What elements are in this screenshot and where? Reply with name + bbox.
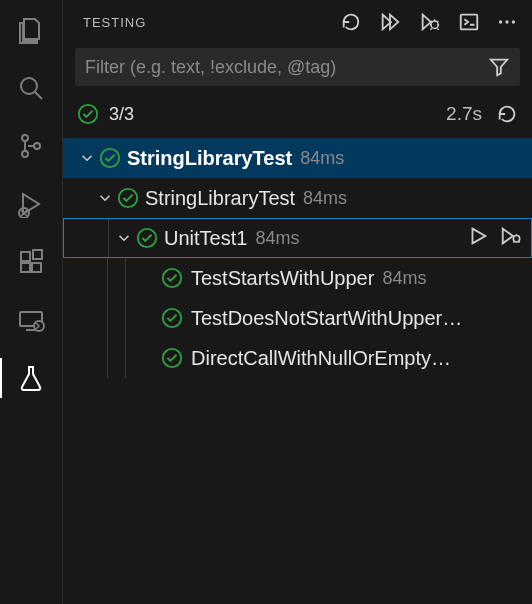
extensions-icon[interactable]	[15, 246, 47, 278]
source-control-icon[interactable]	[15, 130, 47, 162]
tree-item[interactable]: TestStartsWithUpper 84ms	[63, 258, 532, 298]
filter-icon[interactable]	[482, 56, 516, 78]
check-circle-icon	[117, 187, 139, 209]
test-tree: StringLibraryTest 84ms StringLibraryTest…	[63, 138, 532, 378]
filter-row	[75, 48, 520, 86]
files-icon[interactable]	[15, 14, 47, 46]
run-test-button[interactable]	[467, 225, 489, 252]
rerun-button[interactable]	[496, 103, 518, 125]
tree-item-label: TestStartsWithUpper	[191, 267, 374, 290]
show-output-button[interactable]	[458, 11, 480, 33]
tree-item-label: UnitTest1	[164, 227, 247, 250]
run-debug-icon[interactable]	[15, 188, 47, 220]
summary-row: 3/3 2.7s	[63, 94, 532, 134]
tree-item[interactable]: DirectCallWithNullOrEmpty…	[63, 338, 532, 378]
check-circle-icon	[161, 267, 183, 289]
tree-item-duration: 84ms	[300, 148, 344, 169]
debug-test-button[interactable]	[499, 225, 523, 252]
tree-item-label: StringLibraryTest	[127, 147, 292, 170]
chevron-down-icon[interactable]	[114, 229, 134, 247]
panel-header: TESTING	[63, 0, 532, 44]
check-circle-icon	[161, 307, 183, 329]
check-circle-icon	[161, 347, 183, 369]
tree-item-root[interactable]: StringLibraryTest 84ms	[63, 138, 532, 178]
tree-item[interactable]: TestDoesNotStartWithUpper…	[63, 298, 532, 338]
tree-item-label: DirectCallWithNullOrEmpty…	[191, 347, 451, 370]
more-actions-button[interactable]	[496, 11, 518, 33]
check-circle-icon	[136, 227, 158, 249]
filter-input[interactable]	[75, 57, 482, 78]
debug-all-tests-button[interactable]	[418, 11, 442, 33]
panel-title: TESTING	[83, 15, 330, 30]
tree-item[interactable]: StringLibraryTest 84ms	[63, 178, 532, 218]
activity-bar	[0, 0, 63, 604]
chevron-down-icon[interactable]	[77, 149, 97, 167]
remote-icon[interactable]	[15, 304, 47, 336]
chevron-down-icon[interactable]	[95, 189, 115, 207]
run-all-tests-button[interactable]	[378, 11, 402, 33]
testing-icon[interactable]	[15, 362, 47, 394]
check-circle-icon	[77, 103, 99, 125]
testing-panel: TESTING 3/3 2.7s StringLibr	[63, 0, 532, 604]
tree-item-selected[interactable]: UnitTest1 84ms	[63, 218, 532, 258]
refresh-tests-button[interactable]	[340, 11, 362, 33]
tree-item-duration: 84ms	[255, 228, 299, 249]
summary-count: 3/3	[109, 104, 134, 125]
tree-item-label: StringLibraryTest	[145, 187, 295, 210]
check-circle-icon	[99, 147, 121, 169]
summary-duration: 2.7s	[446, 103, 482, 125]
search-icon[interactable]	[15, 72, 47, 104]
tree-item-duration: 84ms	[303, 188, 347, 209]
tree-item-label: TestDoesNotStartWithUpper…	[191, 307, 462, 330]
tree-item-duration: 84ms	[382, 268, 426, 289]
